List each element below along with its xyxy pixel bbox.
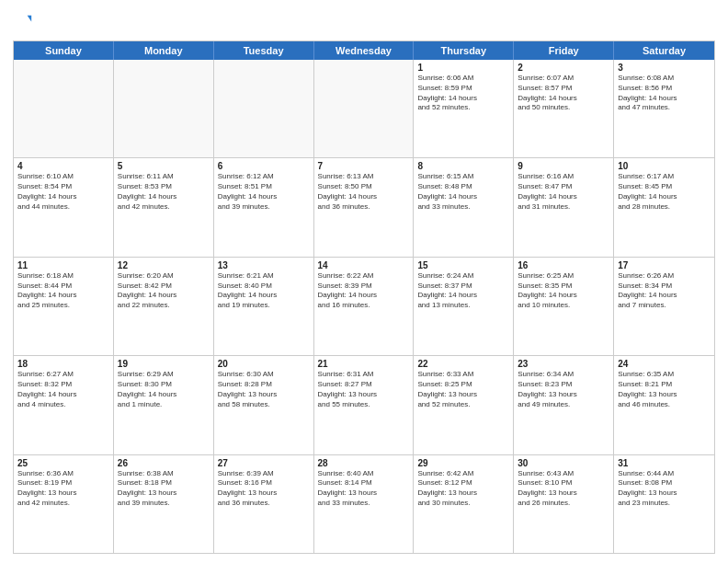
day-number: 28 — [318, 458, 410, 468]
cell-info: Sunrise: 6:21 AM Sunset: 8:40 PM Dayligh… — [218, 271, 310, 311]
cell-info: Sunrise: 6:10 AM Sunset: 8:54 PM Dayligh… — [17, 172, 109, 212]
day-number: 16 — [518, 260, 609, 270]
calendar: SundayMondayTuesdayWednesdayThursdayFrid… — [13, 40, 715, 554]
cal-cell-day-27: 27Sunrise: 6:39 AM Sunset: 8:16 PM Dayli… — [214, 455, 314, 553]
cal-cell-day-1: 1Sunrise: 6:06 AM Sunset: 8:59 PM Daylig… — [414, 60, 514, 157]
day-number: 1 — [417, 63, 509, 73]
day-number: 12 — [118, 260, 210, 270]
header-day-tuesday: Tuesday — [214, 41, 314, 60]
cell-info: Sunrise: 6:34 AM Sunset: 8:23 PM Dayligh… — [518, 370, 609, 409]
cell-info: Sunrise: 6:25 AM Sunset: 8:35 PM Dayligh… — [518, 271, 609, 311]
cal-cell-day-23: 23Sunrise: 6:34 AM Sunset: 8:23 PM Dayli… — [514, 356, 614, 454]
cal-cell-day-7: 7Sunrise: 6:13 AM Sunset: 8:50 PM Daylig… — [314, 158, 415, 256]
cell-info: Sunrise: 6:07 AM Sunset: 8:57 PM Dayligh… — [518, 74, 609, 113]
calendar-header: SundayMondayTuesdayWednesdayThursdayFrid… — [14, 41, 714, 60]
cal-cell-day-3: 3Sunrise: 6:08 AM Sunset: 8:56 PM Daylig… — [614, 60, 714, 157]
cal-cell-day-26: 26Sunrise: 6:38 AM Sunset: 8:18 PM Dayli… — [114, 455, 214, 553]
cell-info: Sunrise: 6:30 AM Sunset: 8:28 PM Dayligh… — [218, 370, 310, 409]
cell-info: Sunrise: 6:18 AM Sunset: 8:44 PM Dayligh… — [17, 271, 109, 311]
cell-info: Sunrise: 6:44 AM Sunset: 8:08 PM Dayligh… — [618, 469, 711, 509]
day-number: 19 — [118, 359, 210, 369]
day-number: 6 — [218, 161, 310, 171]
cell-info: Sunrise: 6:17 AM Sunset: 8:45 PM Dayligh… — [618, 172, 711, 212]
cal-cell-day-19: 19Sunrise: 6:29 AM Sunset: 8:30 PM Dayli… — [114, 356, 214, 454]
header — [13, 9, 715, 35]
cal-cell-day-11: 11Sunrise: 6:18 AM Sunset: 8:44 PM Dayli… — [14, 258, 114, 355]
day-number: 29 — [417, 458, 509, 468]
page: SundayMondayTuesdayWednesdayThursdayFrid… — [0, 0, 728, 563]
header-day-friday: Friday — [514, 41, 614, 60]
cell-info: Sunrise: 6:08 AM Sunset: 8:56 PM Dayligh… — [618, 74, 711, 113]
cal-cell-day-4: 4Sunrise: 6:10 AM Sunset: 8:54 PM Daylig… — [14, 158, 114, 256]
cell-info: Sunrise: 6:33 AM Sunset: 8:25 PM Dayligh… — [417, 370, 509, 409]
cal-cell-day-13: 13Sunrise: 6:21 AM Sunset: 8:40 PM Dayli… — [214, 258, 314, 355]
cal-cell-empty — [14, 60, 114, 157]
cal-cell-day-17: 17Sunrise: 6:26 AM Sunset: 8:34 PM Dayli… — [614, 258, 714, 355]
cell-info: Sunrise: 6:26 AM Sunset: 8:34 PM Dayligh… — [618, 271, 711, 311]
cal-cell-day-10: 10Sunrise: 6:17 AM Sunset: 8:45 PM Dayli… — [614, 158, 714, 256]
cal-week-2: 11Sunrise: 6:18 AM Sunset: 8:44 PM Dayli… — [14, 258, 714, 356]
day-number: 14 — [318, 260, 410, 270]
cal-week-3: 18Sunrise: 6:27 AM Sunset: 8:32 PM Dayli… — [14, 356, 714, 454]
cell-info: Sunrise: 6:36 AM Sunset: 8:19 PM Dayligh… — [17, 469, 109, 509]
cal-cell-day-18: 18Sunrise: 6:27 AM Sunset: 8:32 PM Dayli… — [14, 356, 114, 454]
logo — [13, 9, 40, 35]
day-number: 4 — [17, 161, 109, 171]
cal-cell-day-2: 2Sunrise: 6:07 AM Sunset: 8:57 PM Daylig… — [514, 60, 614, 157]
cell-info: Sunrise: 6:16 AM Sunset: 8:47 PM Dayligh… — [518, 172, 609, 212]
day-number: 25 — [17, 458, 109, 468]
day-number: 5 — [118, 161, 210, 171]
day-number: 24 — [618, 359, 711, 369]
cal-cell-day-28: 28Sunrise: 6:40 AM Sunset: 8:14 PM Dayli… — [314, 455, 415, 553]
cal-cell-day-12: 12Sunrise: 6:20 AM Sunset: 8:42 PM Dayli… — [114, 258, 214, 355]
day-number: 8 — [417, 161, 509, 171]
cal-cell-day-24: 24Sunrise: 6:35 AM Sunset: 8:21 PM Dayli… — [614, 356, 714, 454]
cell-info: Sunrise: 6:31 AM Sunset: 8:27 PM Dayligh… — [318, 370, 410, 409]
calendar-body: 1Sunrise: 6:06 AM Sunset: 8:59 PM Daylig… — [14, 60, 714, 553]
day-number: 21 — [318, 359, 410, 369]
cal-cell-day-15: 15Sunrise: 6:24 AM Sunset: 8:37 PM Dayli… — [414, 258, 514, 355]
day-number: 10 — [618, 161, 711, 171]
cal-week-4: 25Sunrise: 6:36 AM Sunset: 8:19 PM Dayli… — [14, 455, 714, 553]
cal-cell-day-16: 16Sunrise: 6:25 AM Sunset: 8:35 PM Dayli… — [514, 258, 614, 355]
cell-info: Sunrise: 6:38 AM Sunset: 8:18 PM Dayligh… — [118, 469, 210, 509]
cal-week-1: 4Sunrise: 6:10 AM Sunset: 8:54 PM Daylig… — [14, 158, 714, 257]
cell-info: Sunrise: 6:39 AM Sunset: 8:16 PM Dayligh… — [218, 469, 310, 509]
header-day-thursday: Thursday — [414, 41, 514, 60]
cal-cell-day-29: 29Sunrise: 6:42 AM Sunset: 8:12 PM Dayli… — [414, 455, 514, 553]
cal-cell-empty — [314, 60, 415, 157]
cell-info: Sunrise: 6:27 AM Sunset: 8:32 PM Dayligh… — [17, 370, 109, 409]
day-number: 30 — [518, 458, 609, 468]
cell-info: Sunrise: 6:35 AM Sunset: 8:21 PM Dayligh… — [618, 370, 711, 409]
cell-info: Sunrise: 6:20 AM Sunset: 8:42 PM Dayligh… — [118, 271, 210, 311]
day-number: 3 — [618, 63, 711, 73]
cell-info: Sunrise: 6:06 AM Sunset: 8:59 PM Dayligh… — [417, 74, 509, 113]
cal-cell-day-9: 9Sunrise: 6:16 AM Sunset: 8:47 PM Daylig… — [514, 158, 614, 256]
cell-info: Sunrise: 6:12 AM Sunset: 8:51 PM Dayligh… — [218, 172, 310, 212]
cal-cell-empty — [214, 60, 314, 157]
cell-info: Sunrise: 6:15 AM Sunset: 8:48 PM Dayligh… — [417, 172, 509, 212]
cell-info: Sunrise: 6:43 AM Sunset: 8:10 PM Dayligh… — [518, 469, 609, 509]
header-day-sunday: Sunday — [14, 41, 114, 60]
day-number: 22 — [417, 359, 509, 369]
cal-cell-empty — [114, 60, 214, 157]
cal-cell-day-6: 6Sunrise: 6:12 AM Sunset: 8:51 PM Daylig… — [214, 158, 314, 256]
cell-info: Sunrise: 6:40 AM Sunset: 8:14 PM Dayligh… — [318, 469, 410, 509]
header-day-saturday: Saturday — [614, 41, 714, 60]
cal-cell-day-25: 25Sunrise: 6:36 AM Sunset: 8:19 PM Dayli… — [14, 455, 114, 553]
cell-info: Sunrise: 6:13 AM Sunset: 8:50 PM Dayligh… — [318, 172, 410, 212]
cal-week-0: 1Sunrise: 6:06 AM Sunset: 8:59 PM Daylig… — [14, 60, 714, 158]
cell-info: Sunrise: 6:11 AM Sunset: 8:53 PM Dayligh… — [118, 172, 210, 212]
day-number: 7 — [318, 161, 410, 171]
day-number: 11 — [17, 260, 109, 270]
cal-cell-day-30: 30Sunrise: 6:43 AM Sunset: 8:10 PM Dayli… — [514, 455, 614, 553]
cell-info: Sunrise: 6:29 AM Sunset: 8:30 PM Dayligh… — [118, 370, 210, 409]
cal-cell-day-20: 20Sunrise: 6:30 AM Sunset: 8:28 PM Dayli… — [214, 356, 314, 454]
header-day-wednesday: Wednesday — [314, 41, 415, 60]
logo-icon — [13, 9, 39, 35]
header-day-monday: Monday — [114, 41, 214, 60]
cell-info: Sunrise: 6:24 AM Sunset: 8:37 PM Dayligh… — [417, 271, 509, 311]
cal-cell-day-14: 14Sunrise: 6:22 AM Sunset: 8:39 PM Dayli… — [314, 258, 415, 355]
cal-cell-day-31: 31Sunrise: 6:44 AM Sunset: 8:08 PM Dayli… — [614, 455, 714, 553]
day-number: 20 — [218, 359, 310, 369]
